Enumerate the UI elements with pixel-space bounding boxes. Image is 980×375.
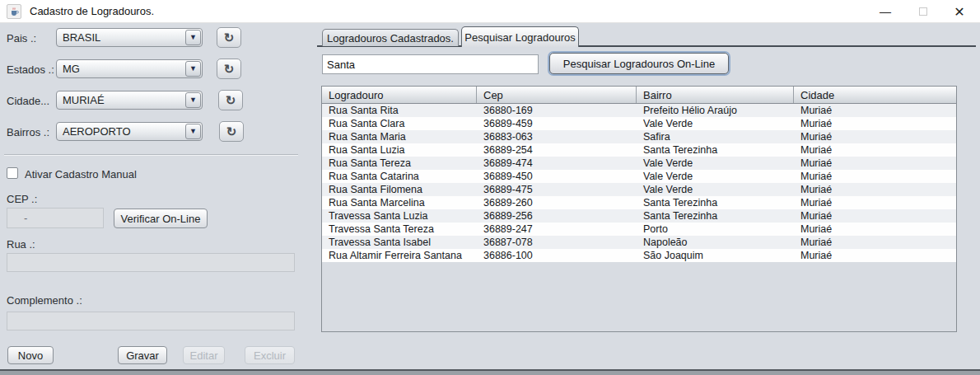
chevron-down-icon[interactable]: ▼	[185, 30, 201, 45]
refresh-pais-button[interactable]: ↻	[217, 27, 241, 48]
cell-logradouro: Rua Santa Clara	[322, 117, 477, 130]
table-row[interactable]: Rua Santa Catarina 36889-450 Vale Verde …	[322, 170, 956, 183]
cell-cidade: Muriaé	[794, 196, 956, 209]
cell-cep: 36889-450	[477, 170, 637, 183]
novo-button[interactable]: Novo	[7, 346, 54, 364]
editar-button[interactable]: Editar	[183, 346, 225, 364]
complemento-field[interactable]	[7, 312, 295, 330]
rua-label: Rua .:	[7, 238, 35, 251]
cell-bairro: Prefeito Hélio Araújo	[637, 104, 794, 117]
cell-cidade: Muriaé	[794, 117, 956, 130]
tab-pesquisar-logradouros[interactable]: Pesquisar Logradouros	[461, 26, 579, 47]
table-row[interactable]: Rua Santa Maria 36883-063 Safira Muriaé	[322, 130, 956, 143]
cell-cidade: Muriaé	[794, 236, 956, 249]
ativar-cadastro-checkbox[interactable]	[7, 167, 18, 179]
refresh-icon: ↻	[224, 62, 235, 77]
refresh-cidade-button[interactable]: ↻	[218, 90, 243, 110]
table-row[interactable]: Rua Santa Tereza 36889-474 Vale Verde Mu…	[322, 157, 956, 170]
cell-bairro: Safira	[637, 130, 794, 143]
chevron-down-icon[interactable]: ▼	[185, 124, 201, 139]
pais-label: Pais .:	[7, 32, 36, 45]
table-row[interactable]: Rua Santa Luzia 36889-254 Santa Terezinh…	[322, 143, 956, 157]
column-header-bairro[interactable]: Bairro	[637, 87, 794, 103]
column-header-cidade[interactable]: Cidade	[794, 87, 956, 103]
java-cup-icon	[9, 7, 19, 16]
table-row[interactable]: Rua Santa Marcelina 36889-260 Santa Tere…	[322, 196, 956, 209]
refresh-icon: ↻	[226, 124, 237, 139]
pais-combobox[interactable]: BRASIL ▼	[56, 28, 203, 47]
cell-logradouro: Rua Altamir Ferreira Santana	[322, 249, 477, 262]
results-table[interactable]: Logradouro Cep Bairro Cidade Rua Santa R…	[321, 86, 957, 332]
cell-cidade: Muriaé	[794, 130, 956, 143]
minimize-button[interactable]: —	[873, 2, 898, 21]
cell-logradouro: Rua Santa Catarina	[322, 170, 477, 183]
refresh-icon: ↻	[226, 93, 236, 108]
cep-field[interactable]: -	[7, 208, 104, 228]
chevron-down-icon[interactable]: ▼	[185, 92, 201, 108]
ativar-cadastro-label: Ativar Cadastro Manual	[25, 168, 137, 180]
rua-field[interactable]	[7, 253, 295, 272]
cell-bairro: Porto	[637, 223, 794, 236]
cell-cep: 36889-260	[477, 196, 637, 209]
table-row[interactable]: Rua Altamir Ferreira Santana 36886-100 S…	[322, 249, 956, 262]
cell-cidade: Muriaé	[794, 249, 956, 262]
cell-cidade: Muriaé	[794, 143, 956, 157]
app-window: Cadastro de Logradouros. — ✕ Pais .: BRA…	[0, 0, 980, 375]
table-row[interactable]: Travessa Santa Isabel 36887-078 Napoleão…	[322, 236, 956, 249]
cell-bairro: São Joaquim	[637, 249, 794, 262]
cell-cep: 36889-247	[477, 223, 637, 236]
cell-bairro: Vale Verde	[637, 183, 794, 196]
table-row[interactable]: Rua Santa Rita 36880-169 Prefeito Hélio …	[322, 104, 956, 117]
verificar-online-button[interactable]: Verificar On-Line	[114, 209, 208, 228]
cell-cep: 36889-475	[477, 183, 637, 196]
bairros-label: Bairros .:	[7, 126, 49, 138]
cell-cidade: Muriaé	[794, 170, 956, 183]
close-button[interactable]: ✕	[947, 2, 972, 21]
cell-cidade: Muriaé	[794, 183, 956, 196]
cell-logradouro: Travessa Santa Tereza	[322, 223, 477, 236]
refresh-bairros-button[interactable]: ↻	[219, 121, 244, 142]
tab-logradouros-cadastrados[interactable]: Logradouros Cadastrados.	[322, 29, 459, 46]
cell-cep: 36880-169	[477, 104, 637, 117]
cell-bairro: Vale Verde	[637, 170, 794, 183]
search-input[interactable]	[322, 54, 539, 74]
estados-value: MG	[57, 63, 185, 75]
estados-combobox[interactable]: MG ▼	[56, 59, 203, 78]
cell-cep: 36886-100	[477, 249, 637, 262]
refresh-icon: ↻	[224, 30, 235, 45]
table-row[interactable]: Travessa Santa Tereza 36889-247 Porto Mu…	[322, 223, 956, 236]
pesquisar-online-button[interactable]: Pesquisar Logradouros On-Line	[549, 53, 729, 74]
gravar-button[interactable]: Gravar	[118, 346, 167, 364]
estados-label: Estados .:	[7, 63, 54, 76]
column-header-cep[interactable]: Cep	[477, 87, 637, 103]
cell-cep: 36889-256	[477, 209, 637, 223]
table-row[interactable]: Rua Santa Filomena 36889-475 Vale Verde …	[322, 183, 956, 196]
refresh-estados-button[interactable]: ↻	[217, 59, 241, 79]
cidade-label: Cidade...	[7, 95, 49, 107]
bairros-combobox[interactable]: AEROPORTO ▼	[56, 122, 203, 141]
excluir-button[interactable]: Excluir	[245, 346, 295, 364]
cell-logradouro: Travessa Santa Luzia	[322, 209, 477, 223]
column-header-logradouro[interactable]: Logradouro	[322, 87, 477, 103]
window-title: Cadastro de Logradouros.	[30, 5, 154, 17]
cell-cidade: Muriaé	[794, 104, 956, 117]
cell-cep: 36883-063	[477, 130, 637, 143]
table-row[interactable]: Travessa Santa Luzia 36889-256 Santa Ter…	[322, 209, 956, 223]
cell-cidade: Muriaé	[794, 157, 956, 170]
maximize-button[interactable]	[911, 2, 936, 21]
cell-logradouro: Rua Santa Marcelina	[322, 196, 477, 209]
table-row[interactable]: Rua Santa Clara 36889-459 Vale Verde Mur…	[322, 117, 956, 130]
separator	[4, 154, 298, 156]
cell-cidade: Muriaé	[794, 209, 956, 223]
java-app-icon	[7, 4, 21, 19]
cell-logradouro: Rua Santa Tereza	[322, 157, 477, 170]
cell-cep: 36889-254	[477, 143, 637, 157]
cell-bairro: Santa Terezinha	[637, 143, 794, 157]
cell-bairro: Vale Verde	[637, 117, 794, 130]
cep-label: CEP .:	[7, 193, 37, 205]
cell-logradouro: Rua Santa Filomena	[322, 183, 477, 196]
chevron-down-icon[interactable]: ▼	[185, 61, 201, 77]
cidade-combobox[interactable]: MURIAÉ ▼	[56, 91, 203, 110]
titlebar: Cadastro de Logradouros. — ✕	[0, 0, 980, 23]
cell-bairro: Vale Verde	[637, 157, 794, 170]
